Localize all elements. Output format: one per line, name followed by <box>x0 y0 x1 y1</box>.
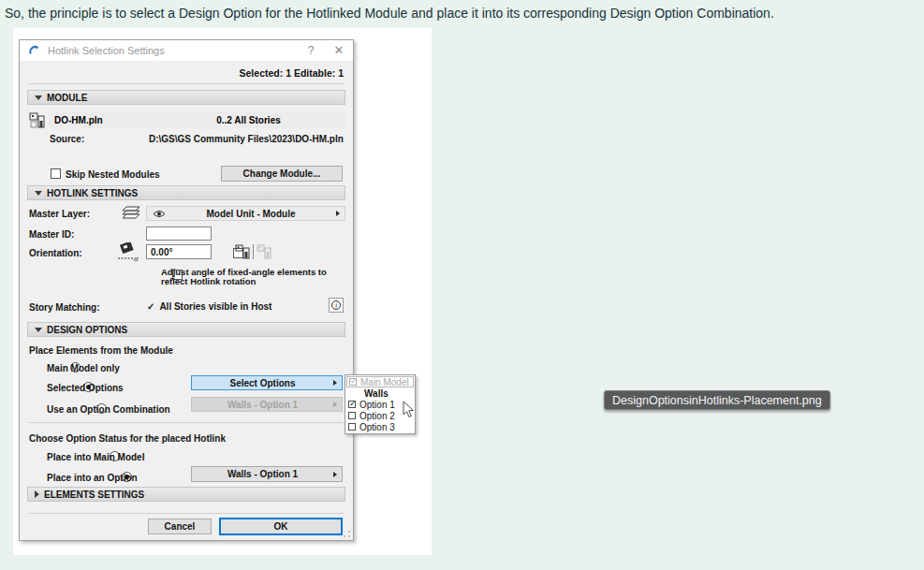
select-options-label: Select Options <box>192 378 333 388</box>
section-header-design-options[interactable]: DESIGN OPTIONS <box>27 322 345 337</box>
layers-icon <box>121 206 141 219</box>
adjust-angle-label: Adjust angle of fixed-angle elements to … <box>161 268 350 286</box>
radio-option-combination-label: Use an Option Combination <box>47 404 170 415</box>
rotate-module-icon[interactable] <box>235 244 250 259</box>
mouse-cursor-icon <box>403 401 415 418</box>
divider <box>253 244 254 259</box>
section-label: HOTLINK SETTINGS <box>47 188 138 198</box>
skip-nested-modules-label: Skip Nested Modules <box>66 169 160 180</box>
arrow-right-icon <box>333 472 337 477</box>
checkbox-unchecked-icon <box>348 412 356 419</box>
arrow-right-icon <box>333 402 337 407</box>
resize-grip[interactable] <box>343 530 351 538</box>
info-icon[interactable] <box>329 298 344 313</box>
radio-place-main-model-label: Place into Main Model <box>47 452 144 462</box>
master-id-label: Master ID: <box>29 229 74 240</box>
place-option-dropdown[interactable]: Walls - Option 1 <box>191 466 343 482</box>
separator <box>29 513 344 514</box>
popup-item-label: Option 3 <box>359 422 395 432</box>
orientation-angle-field[interactable] <box>146 244 212 259</box>
story-matching-value: All Stories visible in Host <box>147 301 271 312</box>
master-layer-label: Master Layer: <box>29 209 90 219</box>
checkbox-unchecked-icon <box>348 423 356 431</box>
popup-group-label: Walls <box>364 388 389 399</box>
popup-item-option-3[interactable]: Option 3 <box>346 421 414 432</box>
module-file-name: DO-HM.pln <box>49 115 152 125</box>
cancel-button[interactable]: Cancel <box>148 519 212 534</box>
svg-text:α: α <box>134 254 139 263</box>
popup-item-label: Main Model <box>360 377 409 387</box>
section-label: MODULE <box>47 93 87 103</box>
change-module-button[interactable]: Change Module... <box>221 166 343 182</box>
checkbox-checked-icon <box>348 401 356 408</box>
section-header-module[interactable]: MODULE <box>27 90 345 105</box>
separator <box>29 83 344 84</box>
close-icon[interactable]: ✕ <box>325 40 353 61</box>
radio-selected-options-label: Selected Options <box>47 383 124 393</box>
chevron-down-icon <box>35 191 42 196</box>
module-stories: 0..2 All Stories <box>152 115 345 125</box>
section-label: ELEMENTS SETTINGS <box>44 490 144 500</box>
chevron-right-icon <box>35 490 39 498</box>
archicad-logo-icon <box>28 44 41 57</box>
module-row[interactable]: DO-HM.pln 0..2 All Stories <box>49 111 345 128</box>
page-caption: So, the principle is to select a Design … <box>5 6 774 21</box>
popup-group-walls: Walls <box>346 387 414 399</box>
popup-item-label: Option 1 <box>359 400 395 410</box>
source-label: Source: <box>50 134 84 144</box>
help-button[interactable]: ? <box>297 40 325 61</box>
master-layer-value: Model Unit - Module <box>166 209 336 219</box>
option-combination-value: Walls - Option 1 <box>192 400 333 410</box>
orientation-label: Orientation: <box>29 248 82 258</box>
rotation-angle-icon: α <box>117 242 142 263</box>
selection-status: Selected: 1 Editable: 1 <box>240 67 344 79</box>
story-matching-label: Story Matching: <box>29 302 100 313</box>
place-option-value: Walls - Option 1 <box>192 469 333 479</box>
checkbox-checked-icon <box>349 378 357 386</box>
master-layer-dropdown[interactable]: Model Unit - Module <box>146 206 345 221</box>
filename-tooltip: DesignOptionsinHotlinks-Placement.png <box>604 390 830 410</box>
eye-icon <box>153 210 166 218</box>
section-label: DESIGN OPTIONS <box>47 325 127 335</box>
select-options-dropdown[interactable]: Select Options <box>191 375 343 390</box>
module-icon <box>29 112 45 128</box>
option-combination-dropdown: Walls - Option 1 <box>191 397 343 412</box>
master-id-field[interactable] <box>146 227 212 241</box>
section-header-elements-settings[interactable]: ELEMENTS SETTINGS <box>27 487 345 502</box>
arrow-right-icon <box>336 211 340 216</box>
source-path: D:\GS\GS Community Files\2023\DO-HM.pln <box>149 134 344 144</box>
separator <box>29 422 344 423</box>
fixed-module-icon-disabled <box>257 244 271 259</box>
dialog-title: Hotlink Selection Settings <box>48 45 165 56</box>
radio-main-model-only-label: Main Model only <box>47 363 120 373</box>
skip-nested-modules-checkbox[interactable] <box>51 168 61 179</box>
arrow-right-icon <box>333 380 337 386</box>
section-header-hotlink-settings[interactable]: HOTLINK SETTINGS <box>27 185 345 200</box>
chevron-down-icon <box>35 328 42 332</box>
popup-item-label: Option 2 <box>359 411 395 421</box>
choose-status-label: Choose Option Status for the placed Hotl… <box>29 433 226 444</box>
radio-place-into-option-label: Place into an Option <box>47 473 138 483</box>
dialog-titlebar[interactable]: Hotlink Selection Settings ? ✕ <box>20 40 353 61</box>
hotlink-selection-settings-dialog: Hotlink Selection Settings ? ✕ Selected:… <box>19 39 354 541</box>
place-elements-label: Place Elements from the Module <box>29 345 173 356</box>
chevron-down-icon <box>35 95 42 100</box>
popup-item-main-model[interactable]: Main Model <box>346 376 414 387</box>
ok-button[interactable]: OK <box>219 518 343 535</box>
